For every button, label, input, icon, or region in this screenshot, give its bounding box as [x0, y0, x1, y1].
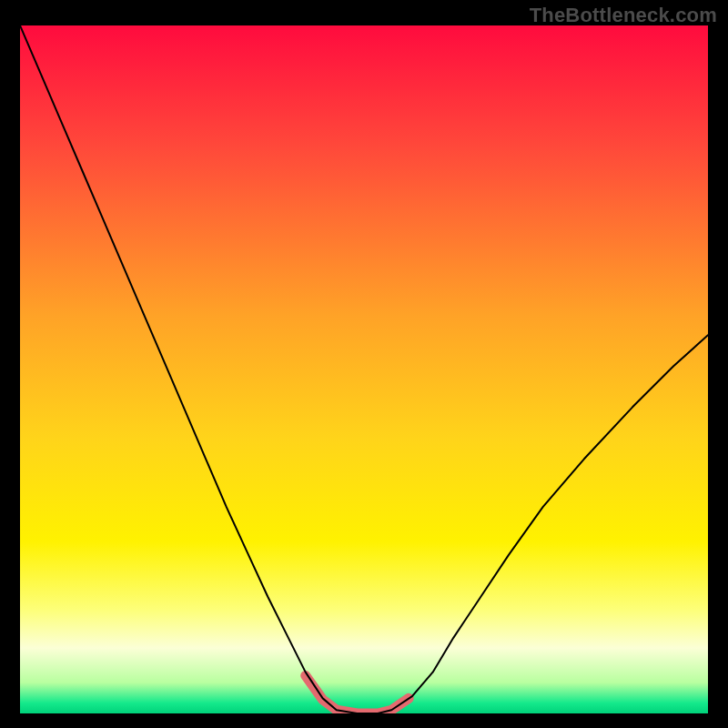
bottleneck-chart [20, 25, 708, 713]
watermark-text: TheBottleneck.com [530, 4, 717, 27]
gradient-background [20, 25, 708, 713]
plot-area [20, 25, 708, 713]
chart-frame: TheBottleneck.com [0, 0, 728, 728]
